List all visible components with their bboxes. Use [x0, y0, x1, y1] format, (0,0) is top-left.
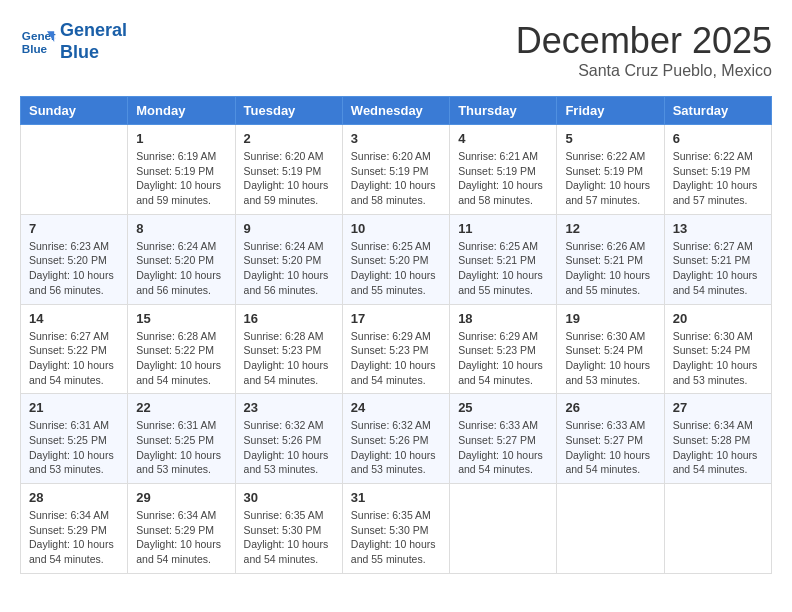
day-info: Sunrise: 6:34 AM Sunset: 5:29 PM Dayligh…	[136, 508, 226, 567]
calendar-cell: 14Sunrise: 6:27 AM Sunset: 5:22 PM Dayli…	[21, 304, 128, 394]
day-info: Sunrise: 6:22 AM Sunset: 5:19 PM Dayligh…	[565, 149, 655, 208]
day-info: Sunrise: 6:26 AM Sunset: 5:21 PM Dayligh…	[565, 239, 655, 298]
calendar-table: SundayMondayTuesdayWednesdayThursdayFrid…	[20, 96, 772, 574]
day-number: 29	[136, 490, 226, 505]
calendar-cell: 26Sunrise: 6:33 AM Sunset: 5:27 PM Dayli…	[557, 394, 664, 484]
day-number: 14	[29, 311, 119, 326]
day-info: Sunrise: 6:28 AM Sunset: 5:22 PM Dayligh…	[136, 329, 226, 388]
logo-text-line1: General	[60, 20, 127, 42]
day-number: 10	[351, 221, 441, 236]
day-number: 3	[351, 131, 441, 146]
calendar-cell: 22Sunrise: 6:31 AM Sunset: 5:25 PM Dayli…	[128, 394, 235, 484]
calendar-week-1: 1Sunrise: 6:19 AM Sunset: 5:19 PM Daylig…	[21, 125, 772, 215]
calendar-cell: 25Sunrise: 6:33 AM Sunset: 5:27 PM Dayli…	[450, 394, 557, 484]
day-number: 7	[29, 221, 119, 236]
calendar-cell: 15Sunrise: 6:28 AM Sunset: 5:22 PM Dayli…	[128, 304, 235, 394]
day-info: Sunrise: 6:24 AM Sunset: 5:20 PM Dayligh…	[244, 239, 334, 298]
logo-icon: General Blue	[20, 24, 56, 60]
calendar-cell: 11Sunrise: 6:25 AM Sunset: 5:21 PM Dayli…	[450, 214, 557, 304]
calendar-cell: 9Sunrise: 6:24 AM Sunset: 5:20 PM Daylig…	[235, 214, 342, 304]
calendar-cell: 6Sunrise: 6:22 AM Sunset: 5:19 PM Daylig…	[664, 125, 771, 215]
column-header-monday: Monday	[128, 97, 235, 125]
day-number: 17	[351, 311, 441, 326]
day-number: 27	[673, 400, 763, 415]
calendar-cell	[557, 484, 664, 574]
calendar-cell	[450, 484, 557, 574]
column-header-tuesday: Tuesday	[235, 97, 342, 125]
day-number: 8	[136, 221, 226, 236]
calendar-cell: 23Sunrise: 6:32 AM Sunset: 5:26 PM Dayli…	[235, 394, 342, 484]
calendar-cell: 5Sunrise: 6:22 AM Sunset: 5:19 PM Daylig…	[557, 125, 664, 215]
day-info: Sunrise: 6:31 AM Sunset: 5:25 PM Dayligh…	[136, 418, 226, 477]
day-info: Sunrise: 6:25 AM Sunset: 5:21 PM Dayligh…	[458, 239, 548, 298]
calendar-header-row: SundayMondayTuesdayWednesdayThursdayFrid…	[21, 97, 772, 125]
day-info: Sunrise: 6:32 AM Sunset: 5:26 PM Dayligh…	[244, 418, 334, 477]
column-header-thursday: Thursday	[450, 97, 557, 125]
day-number: 19	[565, 311, 655, 326]
day-info: Sunrise: 6:34 AM Sunset: 5:29 PM Dayligh…	[29, 508, 119, 567]
day-info: Sunrise: 6:33 AM Sunset: 5:27 PM Dayligh…	[458, 418, 548, 477]
day-number: 15	[136, 311, 226, 326]
day-number: 24	[351, 400, 441, 415]
logo-text-line2: Blue	[60, 42, 127, 64]
day-number: 5	[565, 131, 655, 146]
column-header-wednesday: Wednesday	[342, 97, 449, 125]
calendar-cell: 27Sunrise: 6:34 AM Sunset: 5:28 PM Dayli…	[664, 394, 771, 484]
day-number: 21	[29, 400, 119, 415]
calendar-cell: 28Sunrise: 6:34 AM Sunset: 5:29 PM Dayli…	[21, 484, 128, 574]
day-info: Sunrise: 6:35 AM Sunset: 5:30 PM Dayligh…	[351, 508, 441, 567]
day-number: 30	[244, 490, 334, 505]
calendar-cell: 20Sunrise: 6:30 AM Sunset: 5:24 PM Dayli…	[664, 304, 771, 394]
day-number: 16	[244, 311, 334, 326]
day-info: Sunrise: 6:28 AM Sunset: 5:23 PM Dayligh…	[244, 329, 334, 388]
day-info: Sunrise: 6:19 AM Sunset: 5:19 PM Dayligh…	[136, 149, 226, 208]
calendar-cell: 30Sunrise: 6:35 AM Sunset: 5:30 PM Dayli…	[235, 484, 342, 574]
column-header-sunday: Sunday	[21, 97, 128, 125]
day-info: Sunrise: 6:24 AM Sunset: 5:20 PM Dayligh…	[136, 239, 226, 298]
day-info: Sunrise: 6:35 AM Sunset: 5:30 PM Dayligh…	[244, 508, 334, 567]
calendar-cell: 21Sunrise: 6:31 AM Sunset: 5:25 PM Dayli…	[21, 394, 128, 484]
day-info: Sunrise: 6:31 AM Sunset: 5:25 PM Dayligh…	[29, 418, 119, 477]
calendar-cell	[21, 125, 128, 215]
header: General Blue General Blue December 2025 …	[20, 20, 772, 80]
day-info: Sunrise: 6:22 AM Sunset: 5:19 PM Dayligh…	[673, 149, 763, 208]
calendar-cell: 12Sunrise: 6:26 AM Sunset: 5:21 PM Dayli…	[557, 214, 664, 304]
day-number: 31	[351, 490, 441, 505]
calendar-cell: 19Sunrise: 6:30 AM Sunset: 5:24 PM Dayli…	[557, 304, 664, 394]
day-number: 13	[673, 221, 763, 236]
calendar-cell: 3Sunrise: 6:20 AM Sunset: 5:19 PM Daylig…	[342, 125, 449, 215]
day-number: 18	[458, 311, 548, 326]
day-info: Sunrise: 6:23 AM Sunset: 5:20 PM Dayligh…	[29, 239, 119, 298]
calendar-cell: 8Sunrise: 6:24 AM Sunset: 5:20 PM Daylig…	[128, 214, 235, 304]
day-number: 20	[673, 311, 763, 326]
calendar-cell: 10Sunrise: 6:25 AM Sunset: 5:20 PM Dayli…	[342, 214, 449, 304]
calendar-cell: 18Sunrise: 6:29 AM Sunset: 5:23 PM Dayli…	[450, 304, 557, 394]
day-number: 28	[29, 490, 119, 505]
calendar-cell: 4Sunrise: 6:21 AM Sunset: 5:19 PM Daylig…	[450, 125, 557, 215]
day-info: Sunrise: 6:33 AM Sunset: 5:27 PM Dayligh…	[565, 418, 655, 477]
day-info: Sunrise: 6:34 AM Sunset: 5:28 PM Dayligh…	[673, 418, 763, 477]
column-header-saturday: Saturday	[664, 97, 771, 125]
calendar-cell: 1Sunrise: 6:19 AM Sunset: 5:19 PM Daylig…	[128, 125, 235, 215]
day-info: Sunrise: 6:30 AM Sunset: 5:24 PM Dayligh…	[565, 329, 655, 388]
day-info: Sunrise: 6:32 AM Sunset: 5:26 PM Dayligh…	[351, 418, 441, 477]
day-number: 22	[136, 400, 226, 415]
logo: General Blue General Blue	[20, 20, 127, 63]
day-number: 1	[136, 131, 226, 146]
day-info: Sunrise: 6:25 AM Sunset: 5:20 PM Dayligh…	[351, 239, 441, 298]
column-header-friday: Friday	[557, 97, 664, 125]
month-title: December 2025	[516, 20, 772, 62]
day-number: 4	[458, 131, 548, 146]
day-number: 11	[458, 221, 548, 236]
calendar-cell: 17Sunrise: 6:29 AM Sunset: 5:23 PM Dayli…	[342, 304, 449, 394]
day-number: 12	[565, 221, 655, 236]
calendar-cell: 31Sunrise: 6:35 AM Sunset: 5:30 PM Dayli…	[342, 484, 449, 574]
calendar-cell: 2Sunrise: 6:20 AM Sunset: 5:19 PM Daylig…	[235, 125, 342, 215]
day-number: 2	[244, 131, 334, 146]
calendar-cell: 7Sunrise: 6:23 AM Sunset: 5:20 PM Daylig…	[21, 214, 128, 304]
day-info: Sunrise: 6:21 AM Sunset: 5:19 PM Dayligh…	[458, 149, 548, 208]
day-info: Sunrise: 6:27 AM Sunset: 5:22 PM Dayligh…	[29, 329, 119, 388]
day-info: Sunrise: 6:20 AM Sunset: 5:19 PM Dayligh…	[351, 149, 441, 208]
calendar-week-2: 7Sunrise: 6:23 AM Sunset: 5:20 PM Daylig…	[21, 214, 772, 304]
day-info: Sunrise: 6:27 AM Sunset: 5:21 PM Dayligh…	[673, 239, 763, 298]
